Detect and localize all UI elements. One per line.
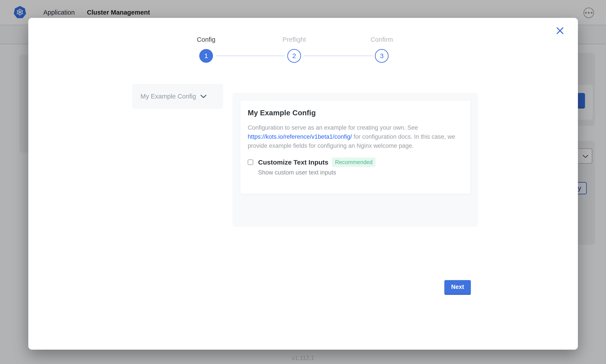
config-group-dropdown-label: My Example Config bbox=[140, 93, 196, 100]
config-group-card: My Example Config Configuration to serve… bbox=[240, 100, 471, 194]
config-group-dropdown[interactable]: My Example Config bbox=[132, 84, 223, 109]
description-text-before: Configuration to serve as an example for… bbox=[248, 124, 418, 131]
checkbox-label: Customize Text Inputs bbox=[258, 159, 329, 166]
step-circle-3[interactable]: 3 bbox=[375, 49, 389, 63]
checkbox-row: Customize Text Inputs Recommended bbox=[248, 157, 463, 167]
config-wizard-modal: Config Preflight Confirm 1 2 3 My Exampl… bbox=[28, 18, 578, 350]
chevron-down-icon bbox=[200, 94, 207, 98]
step-label-config: Config bbox=[197, 36, 215, 43]
config-group-description: Configuration to serve as an example for… bbox=[248, 123, 463, 150]
recommended-badge: Recommended bbox=[332, 157, 376, 167]
next-button[interactable]: Next bbox=[444, 280, 471, 295]
step-connector-1 bbox=[216, 55, 285, 56]
step-connector-2 bbox=[304, 55, 373, 56]
close-icon[interactable] bbox=[556, 26, 565, 35]
step-label-preflight: Preflight bbox=[282, 36, 306, 43]
step-circle-2[interactable]: 2 bbox=[287, 49, 301, 63]
config-docs-link[interactable]: https://kots.io/reference/v1beta1/config… bbox=[248, 133, 352, 140]
config-panel: My Example Config Configuration to serve… bbox=[233, 93, 478, 227]
checkbox-help-text: Show custom user text inputs bbox=[258, 169, 463, 176]
step-circle-1[interactable]: 1 bbox=[199, 49, 213, 63]
step-label-confirm: Confirm bbox=[371, 36, 393, 43]
config-group-title: My Example Config bbox=[248, 109, 463, 117]
customize-text-inputs-checkbox[interactable] bbox=[248, 159, 253, 165]
